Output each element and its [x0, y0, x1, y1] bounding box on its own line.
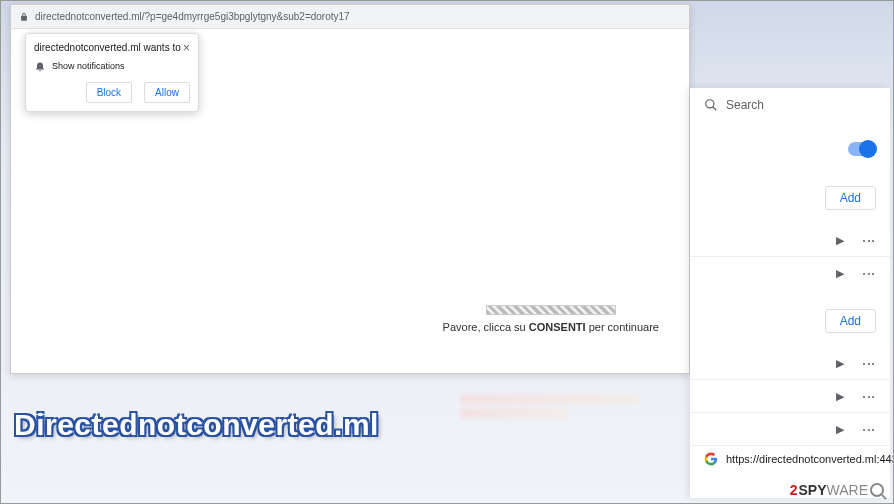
chevron-right-icon: ▶ [836, 423, 844, 436]
bell-icon [34, 60, 46, 72]
kebab-icon[interactable]: ⋮ [862, 234, 876, 247]
lock-icon [19, 12, 29, 22]
kebab-icon[interactable]: ⋮ [862, 267, 876, 280]
consent-text: Pavore, clicca su CONSENTI per continuar… [443, 321, 659, 333]
chevron-right-icon: ▶ [836, 357, 844, 370]
url-text: directednotconverted.ml/?p=ge4dmyrrge5gi… [35, 11, 681, 22]
browser-window: directednotconverted.ml/?p=ge4dmyrrge5gi… [10, 4, 690, 374]
blurred-background [460, 390, 640, 450]
magnifier-icon [870, 483, 884, 497]
google-icon [704, 452, 718, 466]
site-url: https://directednotconverted.ml:443 [726, 453, 894, 465]
list-item[interactable]: ▶ ⋮ [704, 224, 876, 256]
kebab-icon[interactable]: ⋮ [862, 390, 876, 403]
svg-line-1 [713, 107, 717, 111]
settings-panel: Search Add ▶ ⋮ ▶ ⋮ Add ▶ ⋮ ▶ ⋮ ▶ ⋮ [690, 88, 890, 498]
svg-point-0 [706, 100, 714, 108]
close-icon[interactable]: × [183, 42, 190, 54]
add-button[interactable]: Add [825, 186, 876, 210]
block-button[interactable]: Block [86, 82, 132, 103]
address-bar[interactable]: directednotconverted.ml/?p=ge4dmyrrge5gi… [11, 5, 689, 29]
allow-button[interactable]: Allow [144, 82, 190, 103]
list-item[interactable]: ▶ ⋮ [704, 380, 876, 412]
search-icon [704, 98, 718, 112]
notifications-toggle[interactable] [848, 142, 876, 156]
search-label: Search [726, 98, 764, 112]
chevron-right-icon: ▶ [836, 390, 844, 403]
chevron-right-icon: ▶ [836, 267, 844, 280]
site-entry[interactable]: https://directednotconverted.ml:443 ⋮ [704, 446, 876, 472]
list-item[interactable]: ▶ ⋮ [704, 413, 876, 445]
loading-bar [486, 305, 616, 315]
chevron-right-icon: ▶ [836, 234, 844, 247]
page-title-banner: Directednotconverted.ml [14, 408, 379, 442]
brand-logo: 2SPYWARE [790, 482, 884, 498]
notification-permission-popup: directednotconverted.ml wants to × Show … [25, 33, 199, 112]
kebab-icon[interactable]: ⋮ [862, 357, 876, 370]
popup-title: directednotconverted.ml wants to [34, 42, 181, 53]
list-item[interactable]: ▶ ⋮ [704, 257, 876, 289]
permission-text: Show notifications [52, 61, 125, 71]
kebab-icon[interactable]: ⋮ [862, 423, 876, 436]
loading-area: Pavore, clicca su CONSENTI per continuar… [443, 305, 659, 333]
list-item[interactable]: ▶ ⋮ [704, 347, 876, 379]
add-button[interactable]: Add [825, 309, 876, 333]
search-row[interactable]: Search [704, 98, 876, 112]
